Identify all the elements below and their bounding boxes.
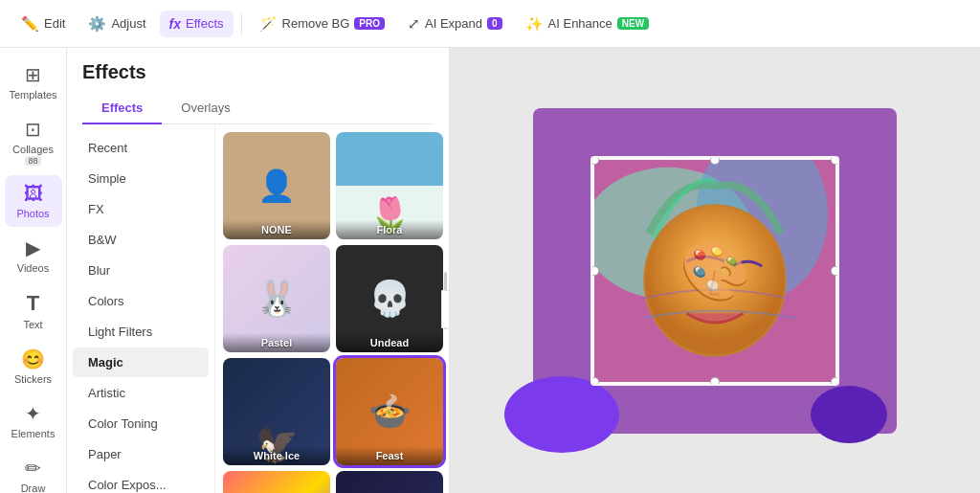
sidebar-item-elements[interactable]: ✦ Elements <box>5 394 62 447</box>
edit-icon: ✏️ <box>21 15 39 33</box>
stickers-label: Stickers <box>14 373 52 385</box>
category-artistic[interactable]: Artistic <box>73 378 209 408</box>
category-fx[interactable]: FX <box>73 194 209 224</box>
collapse-panel-button[interactable]: ‹ <box>441 290 449 328</box>
effect-rainbow[interactable]: Rainbow <box>223 471 330 493</box>
collages-label: Collages <box>12 144 54 155</box>
text-icon: T <box>27 291 39 316</box>
removebg-button[interactable]: 🪄 Remove BG PRO <box>250 10 394 38</box>
elements-label: Elements <box>11 428 56 439</box>
handle-right[interactable] <box>831 266 839 276</box>
category-colors[interactable]: Colors <box>73 286 209 316</box>
aiexpand-button[interactable]: ⤢ AI Expand 0 <box>398 10 512 38</box>
effects-grid-wrapper: NONE Flora Pastel Undead White Ice <box>215 124 449 493</box>
edit-button[interactable]: ✏️ Edit <box>11 10 75 38</box>
tab-overlays[interactable]: Overlays <box>162 93 249 124</box>
effect-badlands[interactable]: Badlands <box>336 471 443 493</box>
videos-label: Videos <box>17 262 49 274</box>
effects-title: Effects <box>67 48 449 93</box>
handle-bottom[interactable] <box>710 377 720 386</box>
effect-feast-label: Feast <box>336 446 443 465</box>
collages-badge: 88 <box>25 156 40 166</box>
category-blur[interactable]: Blur <box>73 256 209 285</box>
top-toolbar: ✏️ Edit ⚙️ Adjust fx Effects 🪄 Remove BG… <box>0 0 980 48</box>
selection-box: ↻ <box>592 158 837 384</box>
aiexpand-icon: ⤢ <box>408 15 420 33</box>
sidebar-item-templates[interactable]: ⊞ Templates <box>5 56 62 108</box>
effect-whiteice[interactable]: White Ice <box>223 358 330 465</box>
effect-none-label: NONE <box>223 220 330 239</box>
sidebar-item-photos[interactable]: 🖼 Photos <box>5 175 62 227</box>
sidebar-item-collages[interactable]: ⊡ Collages 88 <box>5 110 62 173</box>
effect-none[interactable]: NONE <box>223 132 330 239</box>
fx-icon: fx <box>169 16 181 32</box>
main-layout: ⊞ Templates ⊡ Collages 88 🖼 Photos ▶ Vid… <box>0 48 980 493</box>
effect-feast[interactable]: Feast <box>336 358 443 465</box>
handle-top[interactable] <box>710 156 720 165</box>
aienhance-icon: ✨ <box>525 15 544 33</box>
aienhance-button[interactable]: ✨ AI Enhance NEW <box>516 10 659 38</box>
canvas-background: ↻ <box>533 108 897 434</box>
image-container[interactable]: ↻ <box>590 156 839 386</box>
removebg-icon: 🪄 <box>259 15 278 33</box>
effects-body: Recent Simple FX B&W Blur Colors Light F… <box>67 124 449 493</box>
toolbar-divider <box>241 12 242 35</box>
effects-panel: Effects Effects Overlays Recent Simple F… <box>67 48 450 493</box>
tab-effects[interactable]: Effects <box>82 93 162 124</box>
templates-label: Templates <box>9 89 56 101</box>
effect-undead[interactable]: Undead <box>336 245 443 352</box>
category-magic[interactable]: Magic <box>73 347 209 377</box>
sidebar-nav: ⊞ Templates ⊡ Collages 88 🖼 Photos ▶ Vid… <box>0 48 67 493</box>
new-badge: NEW <box>617 17 649 30</box>
sidebar-item-draw[interactable]: ✏ Draw <box>5 449 62 493</box>
sidebar-item-text[interactable]: T Text <box>5 283 62 338</box>
effect-pastel[interactable]: Pastel <box>223 245 330 352</box>
photos-icon: 🖼 <box>24 183 43 205</box>
draw-icon: ✏ <box>25 457 41 480</box>
videos-icon: ▶ <box>26 236 40 259</box>
draw-label: Draw <box>21 482 46 493</box>
category-list: Recent Simple FX B&W Blur Colors Light F… <box>67 124 215 493</box>
handle-bottom-right[interactable] <box>831 377 839 386</box>
handle-top-left[interactable] <box>590 156 599 165</box>
sidebar-item-stickers[interactable]: 😊 Stickers <box>5 340 62 392</box>
category-light-filters[interactable]: Light Filters <box>73 317 209 347</box>
canvas-area: ↻ <box>450 48 980 493</box>
templates-icon: ⊞ <box>25 63 41 86</box>
category-bw[interactable]: B&W <box>73 225 209 255</box>
handle-left[interactable] <box>590 266 599 276</box>
elements-icon: ✦ <box>25 402 41 425</box>
collages-icon: ⊡ <box>25 118 41 141</box>
effect-pastel-label: Pastel <box>223 333 330 352</box>
effect-flora[interactable]: Flora <box>336 132 443 239</box>
sidebar-item-videos[interactable]: ▶ Videos <box>5 229 62 281</box>
stickers-icon: 😊 <box>21 347 45 370</box>
effects-grid: NONE Flora Pastel Undead White Ice <box>223 132 443 493</box>
effects-button[interactable]: fx Effects <box>160 11 234 37</box>
handle-top-right[interactable] <box>831 156 839 165</box>
handle-bottom-left[interactable] <box>590 377 599 386</box>
category-paper[interactable]: Paper <box>73 439 209 469</box>
category-simple[interactable]: Simple <box>73 164 209 193</box>
adjust-icon: ⚙️ <box>88 15 106 33</box>
adjust-button[interactable]: ⚙️ Adjust <box>78 10 155 38</box>
category-recent[interactable]: Recent <box>73 133 209 163</box>
effect-flora-label: Flora <box>336 220 443 239</box>
pro-badge: PRO <box>354 17 385 30</box>
aiexpand-badge: 0 <box>487 17 502 30</box>
text-label: Text <box>23 319 42 330</box>
category-color-toning[interactable]: Color Toning <box>73 409 209 438</box>
effects-tabs: Effects Overlays <box>82 93 434 124</box>
photos-label: Photos <box>16 208 49 219</box>
effect-undead-label: Undead <box>336 333 443 352</box>
category-color-expose[interactable]: Color Expos... <box>73 470 209 493</box>
effect-whiteice-label: White Ice <box>223 446 330 465</box>
